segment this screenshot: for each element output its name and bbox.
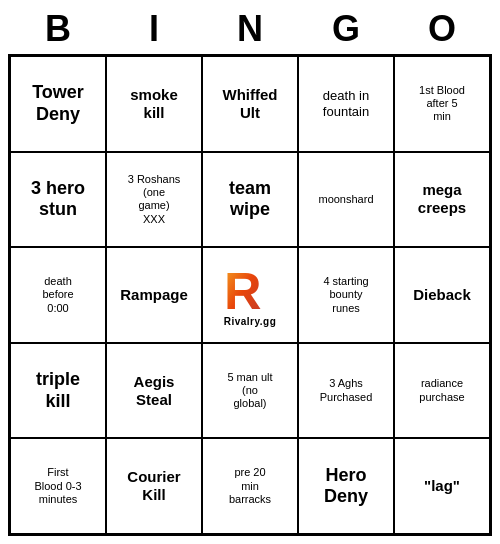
cell-4: 1st Bloodafter 5min — [394, 56, 490, 152]
letter-i: I — [109, 8, 199, 50]
cell-13: 4 startingbountyrunes — [298, 247, 394, 343]
letter-n: N — [205, 8, 295, 50]
cell-9: megacreeps — [394, 152, 490, 248]
cell-22: pre 20minbarracks — [202, 438, 298, 534]
cell-14: Dieback — [394, 247, 490, 343]
bingo-header: B I N G O — [10, 8, 490, 50]
rivalry-logo: R Rivalry.gg — [220, 261, 280, 328]
svg-text:R: R — [224, 262, 262, 316]
cell-3: death infountain — [298, 56, 394, 152]
cell-8: moonshard — [298, 152, 394, 248]
cell-5: 3 herostun — [10, 152, 106, 248]
cell-17: 5 man ult(noglobal) — [202, 343, 298, 439]
cell-2: WhiffedUlt — [202, 56, 298, 152]
cell-18: 3 AghsPurchased — [298, 343, 394, 439]
cell-7: teamwipe — [202, 152, 298, 248]
cell-10: deathbefore0:00 — [10, 247, 106, 343]
letter-o: O — [397, 8, 487, 50]
cell-19: radiancepurchase — [394, 343, 490, 439]
cell-15: triplekill — [10, 343, 106, 439]
cell-6: 3 Roshans(onegame)XXX — [106, 152, 202, 248]
cell-21: CourierKill — [106, 438, 202, 534]
cell-23: HeroDeny — [298, 438, 394, 534]
bingo-grid: TowerDenysmokekillWhiffedUltdeath infoun… — [8, 54, 492, 536]
cell-20: FirstBlood 0-3minutes — [10, 438, 106, 534]
cell-24: "lag" — [394, 438, 490, 534]
rivalry-text: Rivalry.gg — [224, 316, 277, 328]
cell-11: Rampage — [106, 247, 202, 343]
letter-b: B — [13, 8, 103, 50]
cell-1: smokekill — [106, 56, 202, 152]
cell-16: AegisSteal — [106, 343, 202, 439]
cell-12: R Rivalry.gg — [202, 247, 298, 343]
cell-0: TowerDeny — [10, 56, 106, 152]
letter-g: G — [301, 8, 391, 50]
